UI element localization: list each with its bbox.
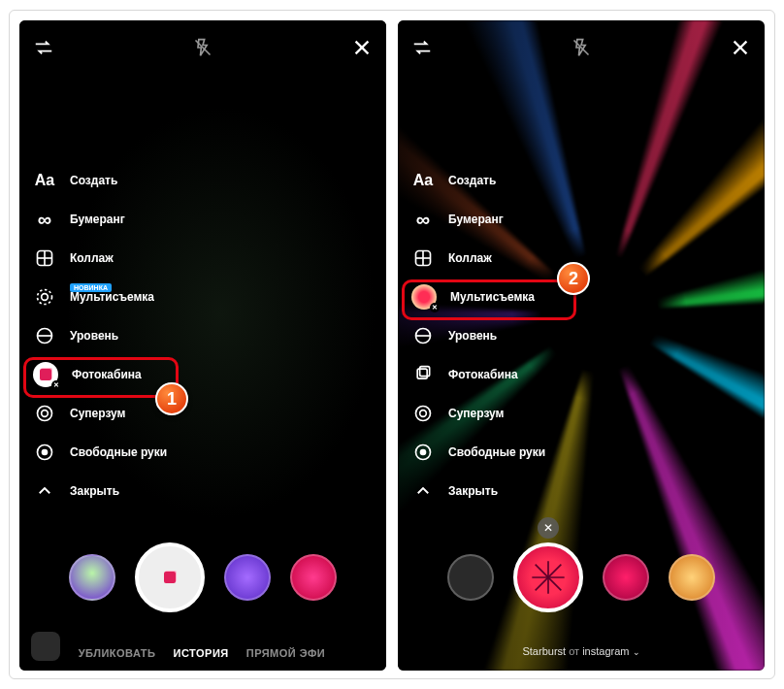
menu-item-close[interactable]: Закрыть: [33, 476, 167, 506]
svg-point-13: [43, 450, 48, 455]
menu-label: Свободные руки: [448, 445, 545, 459]
menu-item-create[interactable]: Aa Создать: [33, 166, 167, 195]
mode-story[interactable]: ИСТОРИЯ: [174, 647, 229, 659]
mode-switcher[interactable]: УБЛИКОВАТЬ ИСТОРИЯ ПРЯМОЙ ЭФИ: [19, 647, 386, 659]
infinity-icon: ∞: [33, 208, 56, 231]
svg-point-27: [421, 450, 426, 455]
mode-live[interactable]: ПРЯМОЙ ЭФИ: [246, 647, 326, 659]
menu-item-handsfree[interactable]: Свободные руки: [33, 438, 167, 467]
multicapture-icon: [33, 285, 56, 309]
effect-thumb[interactable]: [603, 554, 649, 601]
top-bar: [398, 28, 765, 67]
effect-thumb[interactable]: [224, 554, 271, 601]
menu-label: Создать: [70, 174, 117, 187]
phone-right: Aa Создать ∞ Бумеранг Коллаж ✕ Мультисъе…: [398, 20, 765, 671]
shutter-button[interactable]: ✕: [513, 542, 583, 612]
menu-label: Фотокабина: [72, 368, 142, 381]
effect-thumb[interactable]: [69, 554, 115, 601]
menu-item-boomerang[interactable]: ∞ Бумеранг: [411, 205, 545, 234]
svg-rect-23: [420, 367, 430, 377]
flash-off-icon[interactable]: [571, 37, 592, 58]
svg-point-24: [416, 407, 431, 421]
menu-item-close[interactable]: Закрыть: [411, 476, 545, 506]
chevron-up-icon: [411, 479, 435, 503]
menu-label: Уровень: [70, 329, 118, 343]
menu-item-photobooth[interactable]: Фотокабина: [411, 360, 545, 389]
menu-label: Фотокабина: [448, 368, 518, 381]
level-icon: [411, 324, 435, 347]
menu-label: Суперзум: [448, 407, 505, 420]
callout-1: 1: [155, 382, 188, 415]
menu-item-layout[interactable]: Коллаж: [33, 244, 167, 273]
svg-point-6: [38, 290, 52, 305]
superzoom-icon: [33, 402, 56, 425]
mode-menu: Aa Создать ∞ Бумеранг Коллаж НОВИНКА Мул…: [33, 166, 167, 506]
menu-label: Бумеранг: [448, 213, 504, 226]
close-icon[interactable]: [351, 37, 373, 58]
comparison-frame: Aa Создать ∞ Бумеранг Коллаж НОВИНКА Мул…: [9, 10, 775, 679]
filter-author: instagram: [582, 645, 629, 657]
menu-item-layout[interactable]: Коллаж: [411, 244, 545, 273]
mode-publish[interactable]: УБЛИКОВАТЬ: [79, 647, 156, 659]
photobooth-icon: ✕: [33, 362, 58, 387]
settings-swap-icon[interactable]: [33, 37, 54, 58]
svg-point-10: [38, 407, 52, 421]
chevron-up-icon: [33, 479, 56, 503]
menu-label: Мультисъемка: [70, 290, 154, 304]
filter-credit[interactable]: Starburst от instagram ⌄: [398, 645, 765, 657]
svg-point-11: [42, 410, 49, 417]
menu-item-multicapture[interactable]: ✕ Мультисъемка: [411, 282, 545, 312]
menu-label: Бумеранг: [70, 213, 125, 226]
handsfree-icon: [411, 441, 435, 464]
chevron-down-icon: ⌄: [633, 647, 640, 657]
flash-off-icon[interactable]: [192, 37, 213, 58]
menu-label: Коллаж: [70, 251, 114, 265]
clear-effect-icon[interactable]: ✕: [538, 517, 559, 539]
layout-icon: [33, 246, 56, 270]
filter-by: от: [569, 645, 579, 657]
superzoom-icon: [411, 402, 435, 425]
callout-2: 2: [557, 262, 590, 295]
phone-left: Aa Создать ∞ Бумеранг Коллаж НОВИНКА Мул…: [19, 20, 386, 671]
menu-item-superzoom[interactable]: Суперзум: [33, 399, 167, 428]
infinity-icon: ∞: [411, 208, 435, 231]
effect-thumb[interactable]: [447, 554, 494, 601]
menu-item-boomerang[interactable]: ∞ Бумеранг: [33, 205, 167, 234]
mode-menu: Aa Создать ∞ Бумеранг Коллаж ✕ Мультисъе…: [411, 166, 545, 506]
menu-label: Создать: [448, 174, 496, 187]
effects-carousel[interactable]: [19, 541, 386, 614]
filter-name: Starburst: [522, 645, 566, 657]
menu-label: Закрыть: [70, 484, 119, 498]
close-icon[interactable]: [730, 37, 751, 58]
menu-item-photobooth[interactable]: ✕ Фотокабина: [33, 360, 167, 389]
photobooth-icon: [411, 363, 435, 386]
text-icon: Aa: [411, 169, 435, 192]
multicapture-icon: ✕: [411, 284, 437, 310]
photobooth-shutter-icon: [164, 572, 176, 583]
menu-item-create[interactable]: Aa Создать: [411, 166, 545, 195]
svg-point-7: [42, 294, 49, 301]
level-icon: [33, 324, 56, 347]
menu-label: Мультисъемка: [450, 290, 535, 304]
settings-swap-icon[interactable]: [411, 37, 433, 58]
menu-label: Закрыть: [448, 484, 498, 498]
menu-label: Коллаж: [448, 251, 492, 265]
top-bar: [19, 28, 386, 67]
svg-rect-22: [417, 369, 427, 378]
svg-point-25: [420, 410, 427, 417]
menu-item-superzoom[interactable]: Суперзум: [411, 399, 545, 428]
effect-thumb[interactable]: [669, 554, 715, 601]
text-icon: Aa: [33, 169, 56, 192]
menu-label: Суперзум: [70, 407, 126, 420]
handsfree-icon: [33, 441, 56, 464]
menu-item-level[interactable]: Уровень: [33, 321, 167, 350]
menu-item-handsfree[interactable]: Свободные руки: [411, 438, 545, 467]
effect-thumb[interactable]: [290, 554, 337, 601]
menu-item-multicapture[interactable]: НОВИНКА Мультисъемка: [33, 282, 167, 312]
effects-carousel[interactable]: ✕: [398, 541, 765, 614]
layout-icon: [411, 246, 435, 270]
menu-label: Уровень: [448, 329, 497, 343]
shutter-button[interactable]: [135, 542, 205, 612]
menu-label: Свободные руки: [70, 445, 167, 459]
menu-item-level[interactable]: Уровень: [411, 321, 545, 350]
